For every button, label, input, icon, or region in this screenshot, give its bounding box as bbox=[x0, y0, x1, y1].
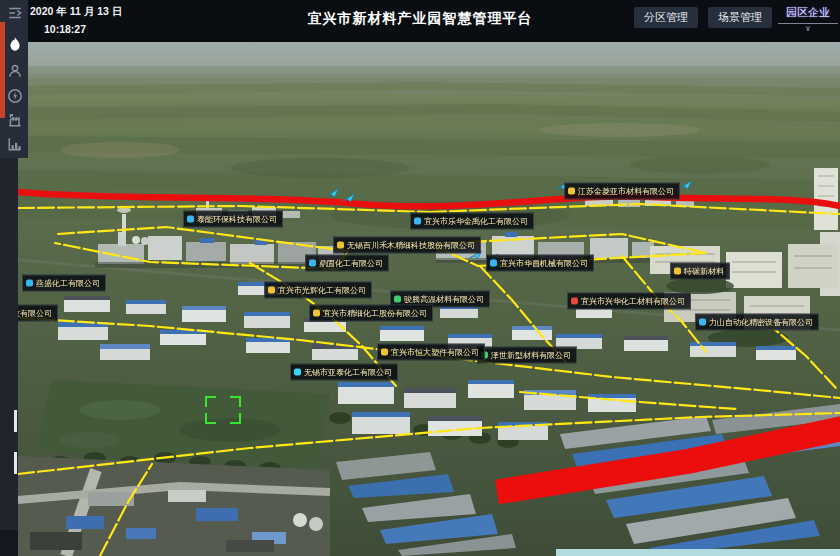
company-label[interactable]: 宜兴市华昌机械有限公司 bbox=[486, 255, 594, 272]
page-title: 宜兴市新材料产业园智慧管理平台 bbox=[308, 10, 533, 28]
sidebar-item-factory[interactable] bbox=[7, 112, 23, 128]
company-label[interactable]: 泽世新型材料有限公司 bbox=[477, 347, 577, 364]
sidebar-item-energy[interactable] bbox=[7, 88, 23, 104]
chevron-down-icon: ∨ bbox=[778, 24, 838, 33]
company-label-text: 泽世新型材料有限公司 bbox=[491, 350, 571, 361]
company-icon bbox=[394, 296, 401, 303]
company-label[interactable]: 宜兴市乐华金禹化工有限公司 bbox=[410, 213, 534, 230]
company-label[interactable]: 鼎固化工有限公司 bbox=[305, 255, 389, 272]
app-window: 泰能环保科技有限公司宜兴市乐华金禹化工有限公司无锡百川禾木精细科技股份有限公司鼎… bbox=[0, 0, 840, 556]
company-icon bbox=[313, 310, 320, 317]
company-label-text: 鼎固化工有限公司 bbox=[319, 258, 383, 269]
company-label[interactable]: 泰能环保科技有限公司 bbox=[183, 211, 283, 228]
map-3d-view[interactable]: 泰能环保科技有限公司宜兴市乐华金禹化工有限公司无锡百川禾木精细科技股份有限公司鼎… bbox=[0, 42, 840, 556]
sidebar-item-fire[interactable] bbox=[7, 36, 23, 52]
company-icon bbox=[187, 216, 194, 223]
company-icon bbox=[490, 260, 497, 267]
company-label[interactable]: 宜兴市光辉化工有限公司 bbox=[264, 282, 372, 299]
company-label-text: 力山自动化精密设备有限公司 bbox=[709, 317, 813, 328]
user-icon bbox=[7, 63, 23, 79]
menu-icon bbox=[7, 5, 23, 21]
sidebar-item-stats[interactable] bbox=[7, 136, 23, 152]
rail-tick bbox=[14, 452, 17, 474]
top-bar: 2020 年 11 月 13 日 10:18:27 宜兴市新材料产业园智慧管理平… bbox=[0, 0, 840, 42]
company-label[interactable]: 宜兴市精细化工股份有限公司 bbox=[309, 305, 433, 322]
energy-icon bbox=[7, 88, 23, 104]
company-icon bbox=[571, 298, 578, 305]
company-label[interactable]: 宜兴市恒大塑件有限公司 bbox=[377, 344, 485, 361]
company-label[interactable]: 力山自动化精密设备有限公司 bbox=[695, 314, 819, 331]
location-marker-icon[interactable] bbox=[679, 177, 694, 195]
company-label-text: 特碳新材料 bbox=[684, 266, 724, 277]
company-icon bbox=[381, 349, 388, 356]
company-icon bbox=[309, 260, 316, 267]
bar-chart-icon bbox=[7, 136, 23, 152]
company-label-text: 燕盛化工有限公司 bbox=[36, 278, 100, 289]
company-label[interactable]: 宜兴市兴华化工材料有限公司 bbox=[567, 293, 691, 310]
company-label[interactable]: 江苏金菱亚市材料有限公司 bbox=[564, 183, 680, 200]
company-label-text: 宜兴市光辉化工有限公司 bbox=[278, 285, 366, 296]
selection-bracket bbox=[205, 396, 241, 424]
scene-manage-button[interactable]: 场景管理 bbox=[708, 7, 772, 28]
company-icon bbox=[337, 242, 344, 249]
park-enterprises-label: 园区企业 bbox=[778, 5, 838, 20]
waterfront-strip bbox=[556, 549, 840, 556]
location-marker-icon[interactable] bbox=[326, 185, 341, 203]
company-label-text: 宜兴市华昌机械有限公司 bbox=[500, 258, 588, 269]
company-icon bbox=[294, 369, 301, 376]
factory-icon bbox=[7, 112, 23, 128]
company-icon bbox=[699, 319, 706, 326]
company-label-text: 泰能环保科技有限公司 bbox=[197, 214, 277, 225]
active-accent-bar bbox=[0, 22, 5, 118]
sidebar-rail bbox=[0, 158, 18, 556]
company-icon bbox=[268, 287, 275, 294]
company-label[interactable]: 燕盛化工有限公司 bbox=[22, 275, 106, 292]
bottom-left-yard bbox=[18, 456, 330, 556]
company-icon bbox=[26, 280, 33, 287]
company-label-text: 江苏金菱亚市材料有限公司 bbox=[578, 186, 674, 197]
sidebar-item-user[interactable] bbox=[7, 63, 23, 79]
company-label[interactable]: 无锡市亚泰化工有限公司 bbox=[290, 364, 398, 381]
flame-icon bbox=[7, 36, 23, 52]
company-label-text: 骏腾高温材料有限公司 bbox=[404, 294, 484, 305]
company-label[interactable]: 无锡百川禾木精细科技股份有限公司 bbox=[333, 237, 481, 254]
company-label-text: 宜兴市精细化工股份有限公司 bbox=[323, 308, 427, 319]
current-date: 2020 年 11 月 13 日 bbox=[30, 5, 122, 19]
company-icon bbox=[568, 188, 575, 195]
park-enterprises-dropdown[interactable]: 园区企业 ∨ bbox=[778, 5, 838, 33]
company-icon bbox=[674, 268, 681, 275]
company-label-text: 无锡百川禾木精细科技股份有限公司 bbox=[347, 240, 475, 251]
company-label-text: 无锡市亚泰化工有限公司 bbox=[304, 367, 392, 378]
company-label-text: 宜兴市乐华金禹化工有限公司 bbox=[424, 216, 528, 227]
company-icon bbox=[414, 218, 421, 225]
zone-manage-button[interactable]: 分区管理 bbox=[634, 7, 698, 28]
sidebar-item-menu[interactable] bbox=[7, 5, 23, 21]
rail-tick bbox=[14, 410, 17, 432]
company-label-text: 宜兴市恒大塑件有限公司 bbox=[391, 347, 479, 358]
location-marker-icon[interactable] bbox=[342, 190, 357, 208]
company-label-text: 宜兴市兴华化工材料有限公司 bbox=[581, 296, 685, 307]
company-label[interactable]: 特碳新材料 bbox=[670, 263, 730, 280]
current-time: 10:18:27 bbox=[44, 23, 86, 35]
